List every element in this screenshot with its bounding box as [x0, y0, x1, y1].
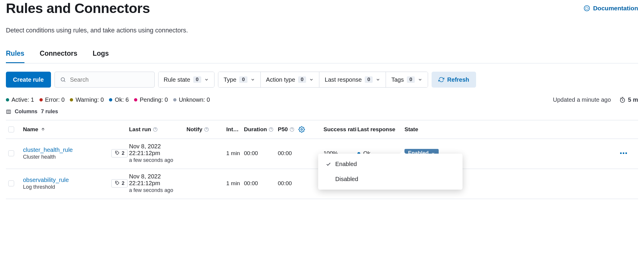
tag-icon: [115, 151, 120, 156]
interval-value: 1 min: [226, 180, 244, 187]
filter-label: Type: [224, 76, 236, 83]
column-duration[interactable]: Duration: [244, 126, 278, 133]
filter-last-response[interactable]: Last response 0: [319, 72, 386, 87]
column-state[interactable]: State: [404, 126, 449, 133]
filter-label: Action type: [266, 76, 295, 83]
filter-type[interactable]: Type 0: [218, 72, 261, 87]
rules-table: Name Last run Notify Int… Duration P50 S…: [6, 120, 638, 199]
chevron-down-icon: [376, 77, 380, 82]
svg-point-1: [586, 7, 588, 9]
search-wrapper: [55, 72, 155, 88]
duration-value: 00:00: [244, 180, 278, 187]
row-checkbox[interactable]: [8, 150, 14, 156]
last-run-ago: a few seconds ago: [129, 157, 173, 163]
column-notify[interactable]: Notify: [186, 126, 226, 133]
filter-label: Tags: [391, 76, 404, 83]
status-meta: Updated a minute ago 5 m: [553, 96, 638, 103]
column-p50[interactable]: P50: [278, 126, 323, 133]
duration-value: 00:00: [244, 150, 278, 157]
check-icon: [326, 162, 331, 167]
chevron-down-icon: [309, 77, 314, 82]
create-rule-button[interactable]: Create rule: [6, 72, 51, 88]
filter-count: 0: [365, 76, 373, 83]
gear-icon[interactable]: [298, 126, 305, 133]
select-all-checkbox[interactable]: [8, 126, 14, 132]
filter-count: 0: [193, 76, 201, 83]
search-input[interactable]: [70, 76, 149, 83]
interval-value: 1 min: [226, 150, 244, 157]
rule-name-link[interactable]: cluster_health_rule: [23, 147, 73, 153]
state-popover: Enabled Disabled: [318, 154, 463, 190]
column-last-response[interactable]: Last response: [357, 126, 404, 133]
rule-subtitle: Log threshold: [23, 184, 69, 190]
last-run-date: Nov 8, 2022: [129, 143, 173, 150]
last-run-ago: a few seconds ago: [129, 187, 173, 193]
filter-label: Last response: [325, 76, 362, 83]
svg-point-2: [61, 78, 65, 81]
tag-count-badge[interactable]: 2: [111, 179, 128, 188]
help-icon: [269, 127, 273, 132]
table-row: cluster_health_rule Cluster health 2 Nov…: [6, 139, 638, 169]
help-icon: [204, 127, 209, 132]
row-actions-button[interactable]: [449, 152, 636, 154]
columns-icon: [6, 109, 11, 114]
refresh-icon: [438, 77, 444, 83]
column-last-run[interactable]: Last run: [129, 126, 186, 133]
column-name[interactable]: Name: [23, 126, 111, 133]
tab-logs[interactable]: Logs: [93, 50, 109, 63]
chevron-down-icon: [250, 77, 255, 82]
popover-enabled-option[interactable]: Enabled: [318, 157, 463, 172]
tag-count-badge[interactable]: 2: [111, 149, 128, 157]
filter-rule-state-group: Rule state 0: [158, 72, 215, 88]
status-pending: Pending: 0: [134, 96, 168, 103]
help-icon: [153, 127, 158, 132]
help-icon: [290, 127, 294, 132]
table-meta: Columns 7 rules: [6, 109, 638, 115]
refresh-label: Refresh: [447, 76, 469, 83]
filter-count: 0: [407, 76, 415, 83]
svg-point-15: [116, 182, 117, 183]
row-checkbox[interactable]: [8, 180, 14, 186]
table-header: Name Last run Notify Int… Duration P50 S…: [6, 120, 638, 139]
clock-refresh-icon: [619, 97, 626, 103]
page-subtitle: Detect conditions using rules, and take …: [6, 27, 638, 34]
svg-rect-5: [6, 110, 11, 114]
filter-main-group: Type 0 Action type 0 Last response 0 Tag…: [218, 72, 428, 88]
p50-value: 00:00: [278, 150, 323, 157]
status-error: Error: 0: [39, 96, 65, 103]
status-counts: Active: 1 Error: 0 Warning: 0 Ok: 6 Pend…: [6, 96, 210, 103]
refresh-interval: 5 m: [628, 96, 638, 103]
updated-label: Updated a minute ago: [553, 96, 611, 103]
last-run-time: 22:21:12pm: [129, 150, 173, 157]
tab-rules[interactable]: Rules: [6, 50, 24, 63]
columns-button[interactable]: Columns: [15, 109, 37, 115]
svg-line-3: [64, 81, 65, 82]
svg-point-14: [116, 152, 117, 153]
chevron-down-icon: [418, 77, 422, 82]
filter-action-type[interactable]: Action type 0: [261, 72, 319, 87]
popover-disabled-option[interactable]: Disabled: [318, 172, 463, 187]
column-success-ratio[interactable]: Success rati: [323, 126, 357, 133]
chevron-down-icon: [204, 77, 209, 82]
svg-point-13: [301, 129, 303, 130]
last-run-date: Nov 8, 2022: [129, 173, 173, 180]
filter-tags[interactable]: Tags 0: [386, 72, 428, 87]
refresh-button[interactable]: Refresh: [432, 72, 476, 88]
rule-name-link[interactable]: observability_rule: [23, 177, 69, 183]
sort-up-icon: [41, 127, 45, 132]
tabs: Rules Connectors Logs: [6, 50, 638, 63]
tab-connectors[interactable]: Connectors: [40, 50, 77, 63]
documentation-link[interactable]: Documentation: [584, 0, 638, 12]
toolbar: Create rule Rule state 0 Type 0 Action t…: [6, 72, 638, 88]
status-active: Active: 1: [6, 96, 34, 103]
help-circle-icon: [584, 5, 590, 12]
status-warning: Warning: 0: [70, 96, 104, 103]
svg-point-0: [584, 6, 589, 11]
last-run-time: 22:21:12pm: [129, 180, 173, 187]
status-ok: Ok: 6: [109, 96, 129, 103]
p50-value: 00:00: [278, 180, 323, 187]
filter-rule-state[interactable]: Rule state 0: [158, 72, 214, 87]
filter-count: 0: [239, 76, 247, 83]
column-interval[interactable]: Int…: [226, 126, 244, 133]
status-unknown: Unknown: 0: [173, 96, 210, 103]
